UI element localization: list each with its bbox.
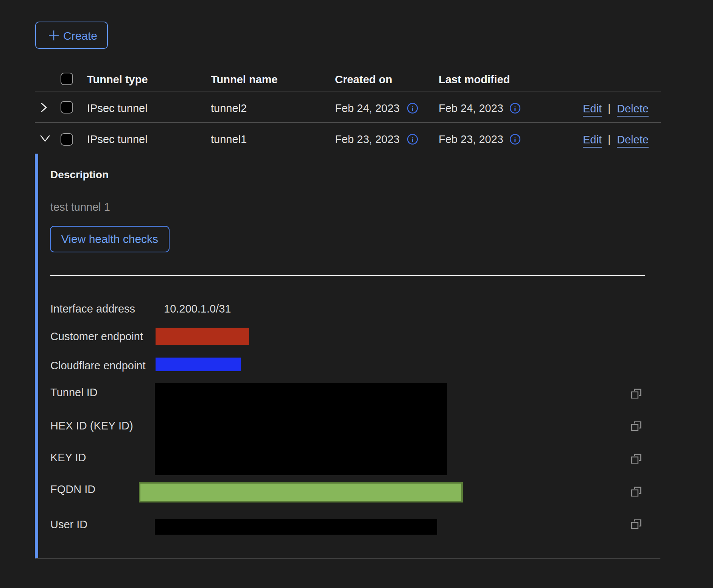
- svg-text:i: i: [411, 105, 413, 113]
- svg-text:i: i: [514, 136, 516, 144]
- svg-text:i: i: [514, 105, 516, 113]
- svg-text:i: i: [411, 136, 413, 144]
